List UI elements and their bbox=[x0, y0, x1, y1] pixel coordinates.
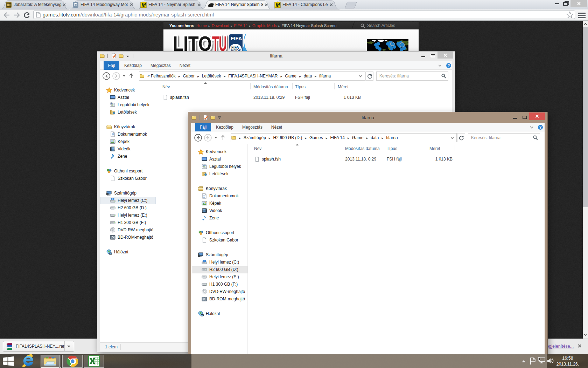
svg-text:M: M bbox=[142, 2, 146, 8]
svg-text:FIFA: FIFA bbox=[231, 35, 242, 41]
svg-text:M: M bbox=[276, 2, 280, 8]
